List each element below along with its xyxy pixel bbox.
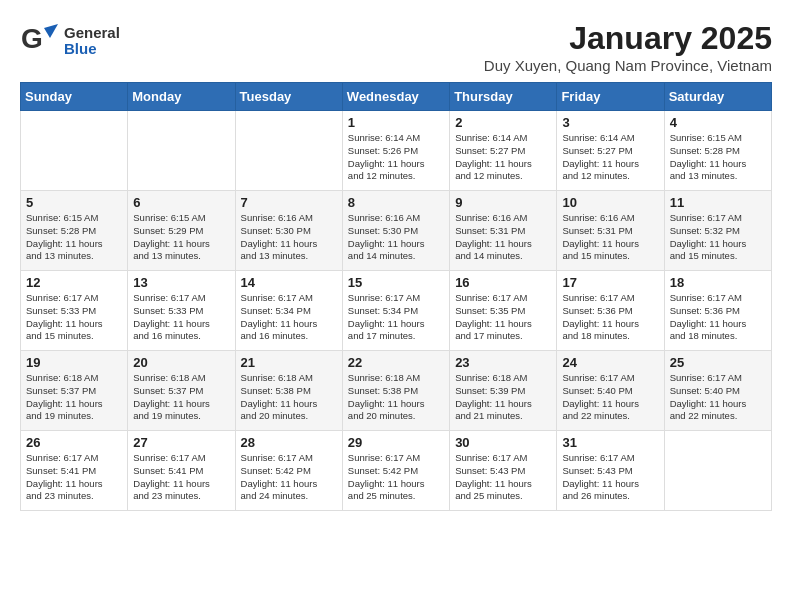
calendar-cell: 20Sunrise: 6:18 AM Sunset: 5:37 PM Dayli… [128, 351, 235, 431]
day-number: 31 [562, 435, 658, 450]
day-number: 23 [455, 355, 551, 370]
calendar-cell: 21Sunrise: 6:18 AM Sunset: 5:38 PM Dayli… [235, 351, 342, 431]
day-info: Sunrise: 6:18 AM Sunset: 5:38 PM Dayligh… [241, 372, 337, 423]
calendar-cell [664, 431, 771, 511]
calendar-cell: 28Sunrise: 6:17 AM Sunset: 5:42 PM Dayli… [235, 431, 342, 511]
day-header-thursday: Thursday [450, 83, 557, 111]
calendar-cell: 8Sunrise: 6:16 AM Sunset: 5:30 PM Daylig… [342, 191, 449, 271]
calendar-cell: 3Sunrise: 6:14 AM Sunset: 5:27 PM Daylig… [557, 111, 664, 191]
day-header-tuesday: Tuesday [235, 83, 342, 111]
calendar-cell: 13Sunrise: 6:17 AM Sunset: 5:33 PM Dayli… [128, 271, 235, 351]
day-info: Sunrise: 6:17 AM Sunset: 5:35 PM Dayligh… [455, 292, 551, 343]
day-number: 17 [562, 275, 658, 290]
day-number: 13 [133, 275, 229, 290]
day-number: 21 [241, 355, 337, 370]
day-info: Sunrise: 6:17 AM Sunset: 5:34 PM Dayligh… [348, 292, 444, 343]
day-number: 2 [455, 115, 551, 130]
calendar-cell: 6Sunrise: 6:15 AM Sunset: 5:29 PM Daylig… [128, 191, 235, 271]
day-info: Sunrise: 6:17 AM Sunset: 5:36 PM Dayligh… [562, 292, 658, 343]
day-info: Sunrise: 6:17 AM Sunset: 5:34 PM Dayligh… [241, 292, 337, 343]
day-number: 22 [348, 355, 444, 370]
week-row-4: 26Sunrise: 6:17 AM Sunset: 5:41 PM Dayli… [21, 431, 772, 511]
day-header-friday: Friday [557, 83, 664, 111]
day-info: Sunrise: 6:17 AM Sunset: 5:36 PM Dayligh… [670, 292, 766, 343]
day-info: Sunrise: 6:18 AM Sunset: 5:37 PM Dayligh… [133, 372, 229, 423]
day-info: Sunrise: 6:17 AM Sunset: 5:33 PM Dayligh… [133, 292, 229, 343]
location-title: Duy Xuyen, Quang Nam Province, Vietnam [484, 57, 772, 74]
day-info: Sunrise: 6:15 AM Sunset: 5:29 PM Dayligh… [133, 212, 229, 263]
day-header-wednesday: Wednesday [342, 83, 449, 111]
day-number: 7 [241, 195, 337, 210]
day-info: Sunrise: 6:16 AM Sunset: 5:31 PM Dayligh… [455, 212, 551, 263]
day-header-monday: Monday [128, 83, 235, 111]
day-info: Sunrise: 6:18 AM Sunset: 5:37 PM Dayligh… [26, 372, 122, 423]
header: G General Blue January 2025 Duy Xuyen, Q… [20, 20, 772, 74]
day-number: 4 [670, 115, 766, 130]
calendar-cell [235, 111, 342, 191]
calendar-cell [128, 111, 235, 191]
day-number: 28 [241, 435, 337, 450]
calendar-cell: 11Sunrise: 6:17 AM Sunset: 5:32 PM Dayli… [664, 191, 771, 271]
day-number: 12 [26, 275, 122, 290]
calendar-cell: 15Sunrise: 6:17 AM Sunset: 5:34 PM Dayli… [342, 271, 449, 351]
day-number: 25 [670, 355, 766, 370]
calendar-cell: 16Sunrise: 6:17 AM Sunset: 5:35 PM Dayli… [450, 271, 557, 351]
week-row-1: 5Sunrise: 6:15 AM Sunset: 5:28 PM Daylig… [21, 191, 772, 271]
day-info: Sunrise: 6:14 AM Sunset: 5:27 PM Dayligh… [455, 132, 551, 183]
logo-blue-text: Blue [64, 41, 120, 58]
day-number: 11 [670, 195, 766, 210]
calendar-cell: 31Sunrise: 6:17 AM Sunset: 5:43 PM Dayli… [557, 431, 664, 511]
day-info: Sunrise: 6:17 AM Sunset: 5:40 PM Dayligh… [562, 372, 658, 423]
calendar-cell: 19Sunrise: 6:18 AM Sunset: 5:37 PM Dayli… [21, 351, 128, 431]
day-number: 20 [133, 355, 229, 370]
day-number: 30 [455, 435, 551, 450]
day-number: 14 [241, 275, 337, 290]
logo-words: General Blue [64, 25, 120, 58]
day-number: 3 [562, 115, 658, 130]
day-info: Sunrise: 6:16 AM Sunset: 5:31 PM Dayligh… [562, 212, 658, 263]
day-number: 27 [133, 435, 229, 450]
calendar-cell: 23Sunrise: 6:18 AM Sunset: 5:39 PM Dayli… [450, 351, 557, 431]
calendar-cell: 24Sunrise: 6:17 AM Sunset: 5:40 PM Dayli… [557, 351, 664, 431]
calendar-table: SundayMondayTuesdayWednesdayThursdayFrid… [20, 82, 772, 511]
calendar-cell: 2Sunrise: 6:14 AM Sunset: 5:27 PM Daylig… [450, 111, 557, 191]
week-row-2: 12Sunrise: 6:17 AM Sunset: 5:33 PM Dayli… [21, 271, 772, 351]
day-info: Sunrise: 6:17 AM Sunset: 5:43 PM Dayligh… [562, 452, 658, 503]
day-info: Sunrise: 6:17 AM Sunset: 5:41 PM Dayligh… [133, 452, 229, 503]
day-info: Sunrise: 6:14 AM Sunset: 5:27 PM Dayligh… [562, 132, 658, 183]
day-number: 6 [133, 195, 229, 210]
calendar-cell: 26Sunrise: 6:17 AM Sunset: 5:41 PM Dayli… [21, 431, 128, 511]
day-headers-row: SundayMondayTuesdayWednesdayThursdayFrid… [21, 83, 772, 111]
calendar-cell: 25Sunrise: 6:17 AM Sunset: 5:40 PM Dayli… [664, 351, 771, 431]
day-number: 26 [26, 435, 122, 450]
day-number: 5 [26, 195, 122, 210]
title-block: January 2025 Duy Xuyen, Quang Nam Provin… [484, 20, 772, 74]
calendar-cell: 18Sunrise: 6:17 AM Sunset: 5:36 PM Dayli… [664, 271, 771, 351]
logo-icon: G [20, 20, 58, 58]
day-number: 8 [348, 195, 444, 210]
day-info: Sunrise: 6:18 AM Sunset: 5:39 PM Dayligh… [455, 372, 551, 423]
day-info: Sunrise: 6:17 AM Sunset: 5:41 PM Dayligh… [26, 452, 122, 503]
day-header-sunday: Sunday [21, 83, 128, 111]
day-number: 29 [348, 435, 444, 450]
calendar-cell: 17Sunrise: 6:17 AM Sunset: 5:36 PM Dayli… [557, 271, 664, 351]
calendar-page: G General Blue January 2025 Duy Xuyen, Q… [0, 0, 792, 521]
calendar-cell: 14Sunrise: 6:17 AM Sunset: 5:34 PM Dayli… [235, 271, 342, 351]
day-number: 18 [670, 275, 766, 290]
day-number: 1 [348, 115, 444, 130]
logo: G General Blue [20, 20, 120, 62]
day-info: Sunrise: 6:14 AM Sunset: 5:26 PM Dayligh… [348, 132, 444, 183]
calendar-cell: 29Sunrise: 6:17 AM Sunset: 5:42 PM Dayli… [342, 431, 449, 511]
calendar-cell: 7Sunrise: 6:16 AM Sunset: 5:30 PM Daylig… [235, 191, 342, 271]
day-info: Sunrise: 6:16 AM Sunset: 5:30 PM Dayligh… [348, 212, 444, 263]
svg-marker-1 [44, 24, 58, 38]
calendar-cell: 22Sunrise: 6:18 AM Sunset: 5:38 PM Dayli… [342, 351, 449, 431]
svg-text:G: G [21, 23, 43, 54]
calendar-cell [21, 111, 128, 191]
calendar-cell: 27Sunrise: 6:17 AM Sunset: 5:41 PM Dayli… [128, 431, 235, 511]
day-header-saturday: Saturday [664, 83, 771, 111]
week-row-0: 1Sunrise: 6:14 AM Sunset: 5:26 PM Daylig… [21, 111, 772, 191]
day-info: Sunrise: 6:15 AM Sunset: 5:28 PM Dayligh… [670, 132, 766, 183]
calendar-cell: 4Sunrise: 6:15 AM Sunset: 5:28 PM Daylig… [664, 111, 771, 191]
logo-general-text: General [64, 25, 120, 42]
